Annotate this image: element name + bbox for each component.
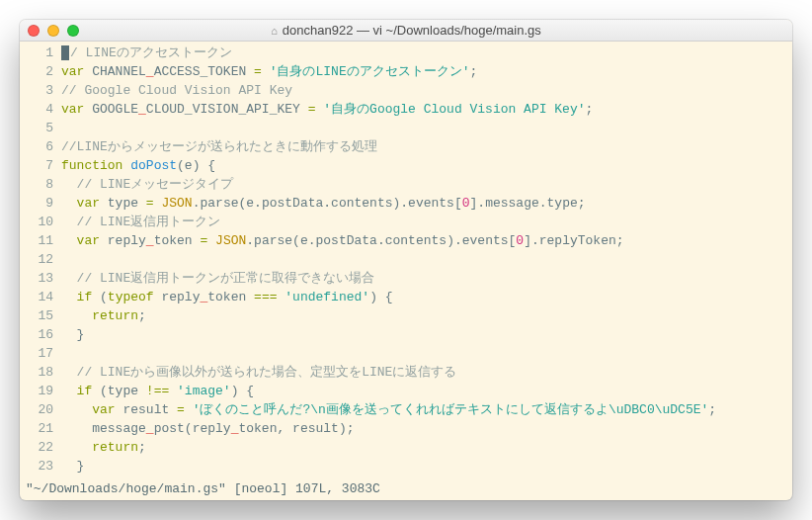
code-content[interactable]: // LINEから画像以外が送られた場合、定型文をLINEに返信する (61, 363, 792, 382)
code-content[interactable]: //LINEからメッセージが送られたときに動作する処理 (61, 137, 792, 156)
code-line[interactable]: 19 if (type !== 'image') { (20, 382, 792, 400)
code-token: = (254, 64, 262, 79)
code-token (61, 290, 77, 304)
code-line[interactable]: 21 message_post(reply_token, result); (20, 419, 792, 438)
code-line[interactable]: 20 var result = 'ぼくのこと呼んだ?\n画像を送ってくれればテキ… (20, 400, 792, 419)
code-content[interactable]: // LINEメッセージタイプ (61, 175, 792, 194)
code-content[interactable]: // Google Cloud Vision API Key (61, 81, 792, 100)
code-token: ) { (369, 290, 392, 304)
code-line[interactable]: 12 (20, 250, 792, 269)
line-number: 15 (20, 306, 61, 325)
code-line[interactable]: 9 var type = JSON.parse(e.postData.conte… (20, 194, 792, 213)
code-token: === (254, 290, 277, 304)
code-token (207, 233, 215, 248)
code-token: '自身のGoogle Cloud Vision API Key' (323, 102, 585, 117)
code-token: var (92, 402, 115, 417)
code-content[interactable]: } (61, 325, 792, 344)
vim-status-line: "~/Downloads/hoge/main.gs" [noeol] 107L,… (20, 481, 792, 500)
code-content[interactable]: var CHANNEL_ACCESS_TOKEN = '自身のLINEのアクセス… (61, 62, 792, 81)
code-line[interactable]: 15 return; (20, 306, 792, 325)
code-token: .parse(e.postData.contents).events[ (193, 196, 462, 211)
code-token (61, 402, 92, 417)
code-token: token, result); (238, 421, 354, 436)
code-line[interactable]: 11 var reply_token = JSON.parse(e.postDa… (20, 231, 792, 250)
code-token: (e) { (177, 158, 215, 173)
line-number: 16 (20, 325, 61, 344)
code-content[interactable]: return; (61, 438, 792, 457)
code-token (61, 215, 77, 229)
titlebar[interactable]: ⌂ donchan922 — vi ~/Downloads/hoge/main.… (20, 20, 792, 42)
code-line[interactable]: 14 if (typeof reply_token === 'undefined… (20, 288, 792, 306)
code-line[interactable]: 22 return; (20, 438, 792, 457)
code-token (61, 196, 77, 211)
code-token: .parse(e.postData.contents).events[ (246, 233, 516, 248)
code-token: // LINEメッセージタイプ (77, 177, 234, 192)
code-content[interactable]: if (type !== 'image') { (61, 382, 792, 400)
code-token (61, 384, 77, 398)
code-content[interactable]: // LINE返信用トークン (61, 213, 792, 231)
code-token (61, 308, 92, 323)
code-token (61, 365, 77, 380)
code-line[interactable]: 5 (20, 119, 792, 137)
line-number: 12 (20, 250, 61, 269)
code-token: var (77, 233, 100, 248)
code-token: function (61, 158, 122, 173)
code-line[interactable]: 16 } (20, 325, 792, 344)
line-number: 3 (20, 81, 61, 100)
terminal-window: ⌂ donchan922 — vi ~/Downloads/hoge/main.… (20, 20, 792, 500)
code-content[interactable]: var GOOGLE_CLOUD_VISION_API_KEY = '自身のGo… (61, 100, 792, 119)
line-number: 9 (20, 194, 61, 213)
code-token: / LINEのアクセストークン (70, 45, 232, 60)
line-number: 1 (20, 43, 61, 62)
code-token: '自身のLINEのアクセストークン' (270, 64, 470, 79)
code-content[interactable]: function doPost(e) { (61, 156, 792, 175)
editor-area[interactable]: 1/ LINEのアクセストークン2var CHANNEL_ACCESS_TOKE… (20, 42, 792, 481)
line-number: 17 (20, 344, 61, 363)
code-token (61, 233, 77, 248)
code-content[interactable]: / LINEのアクセストークン (61, 43, 792, 62)
code-content[interactable] (61, 250, 792, 269)
code-content[interactable]: var type = JSON.parse(e.postData.content… (61, 194, 792, 213)
code-line[interactable]: 4var GOOGLE_CLOUD_VISION_API_KEY = '自身のG… (20, 100, 792, 119)
code-token: ( (92, 290, 108, 304)
code-token (169, 384, 177, 398)
code-content[interactable]: var result = 'ぼくのこと呼んだ?\n画像を送ってくれればテキストに… (61, 400, 792, 419)
code-content[interactable] (61, 119, 792, 137)
code-token: ; (708, 402, 716, 417)
code-token: post(reply (154, 421, 231, 436)
code-line[interactable]: 7function doPost(e) { (20, 156, 792, 175)
code-token: CLOUD_VISION_API_KEY (146, 102, 308, 117)
code-token: token (207, 290, 254, 304)
window-title-text: donchan922 — vi ~/Downloads/hoge/main.gs (283, 23, 541, 38)
code-token (61, 440, 92, 455)
code-line[interactable]: 2var CHANNEL_ACCESS_TOKEN = '自身のLINEのアクセ… (20, 62, 792, 81)
code-line[interactable]: 8 // LINEメッセージタイプ (20, 175, 792, 194)
code-content[interactable]: // LINE返信用トークンが正常に取得できない場合 (61, 269, 792, 288)
code-line[interactable]: 23 } (20, 457, 792, 476)
code-token: 0 (516, 233, 524, 248)
code-line[interactable]: 1/ LINEのアクセストークン (20, 43, 792, 62)
code-token: // LINE返信用トークンが正常に取得できない場合 (77, 271, 375, 286)
code-token: _ (138, 102, 146, 117)
code-content[interactable]: if (typeof reply_token === 'undefined') … (61, 288, 792, 306)
code-token: return (92, 440, 138, 455)
code-content[interactable] (61, 344, 792, 363)
code-line[interactable]: 10 // LINE返信用トークン (20, 213, 792, 231)
code-line[interactable]: 18 // LINEから画像以外が送られた場合、定型文をLINEに返信する (20, 363, 792, 382)
line-number: 18 (20, 363, 61, 382)
code-line[interactable]: 6//LINEからメッセージが送られたときに動作する処理 (20, 137, 792, 156)
line-number: 21 (20, 419, 61, 438)
code-line[interactable]: 13 // LINE返信用トークンが正常に取得できない場合 (20, 269, 792, 288)
code-token (185, 402, 193, 417)
line-number: 7 (20, 156, 61, 175)
code-line[interactable]: 3// Google Cloud Vision API Key (20, 81, 792, 100)
code-token: ACCESS_TOKEN (154, 64, 254, 79)
code-line[interactable]: 17 (20, 344, 792, 363)
code-content[interactable]: } (61, 457, 792, 476)
code-token: JSON (215, 233, 246, 248)
code-content[interactable]: var reply_token = JSON.parse(e.postData.… (61, 231, 792, 250)
code-content[interactable]: message_post(reply_token, result); (61, 419, 792, 438)
code-token: } (61, 459, 84, 474)
code-token: ; (138, 308, 146, 323)
code-content[interactable]: return; (61, 306, 792, 325)
